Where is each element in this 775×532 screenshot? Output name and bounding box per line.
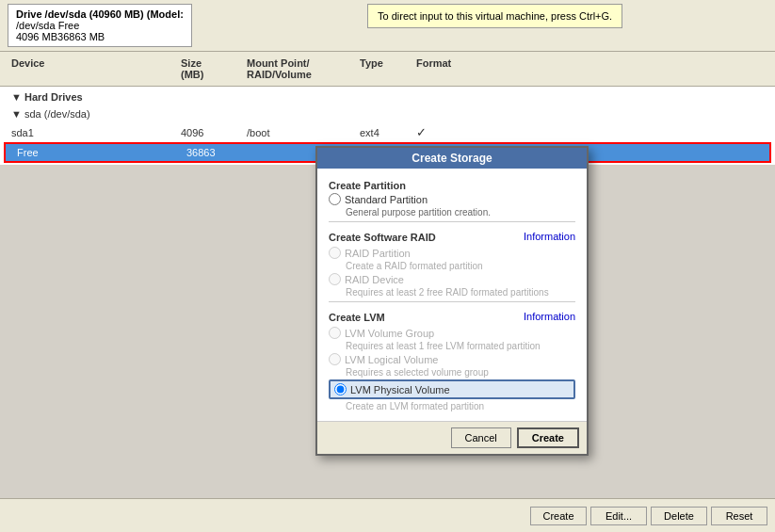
hard-drives-label: ▼ Hard Drives (8, 90, 177, 104)
lvm-logical-volume-row[interactable]: LVM Logical Volume (329, 353, 575, 365)
sda1-row[interactable]: sda1 4096 /boot ext4 ✓ (0, 122, 775, 142)
free-size: 36863 (183, 146, 249, 159)
dialog-title: Create Storage (317, 148, 587, 169)
cancel-button[interactable]: Cancel (451, 427, 511, 448)
lvm-header: Create LVM Information (329, 308, 575, 325)
divider-1 (329, 221, 575, 222)
collapse-icon: ▼ (11, 91, 24, 103)
raid-device-label: RAID Device (345, 274, 404, 285)
free-device: Free (13, 146, 183, 159)
sda1-mount: /boot (243, 126, 356, 139)
create-partition-section: Create Partition (329, 180, 575, 191)
col-device: Device (8, 56, 177, 82)
lvm-physical-volume-desc: Create an LVM formated partition (329, 401, 575, 411)
bottom-edit-button[interactable]: Edit... (590, 507, 647, 525)
sda1-type: ext4 (356, 126, 412, 139)
lvm-logical-volume-radio[interactable] (329, 353, 341, 365)
table-header: Device Size(MB) Mount Point/RAID/Volume … (0, 52, 775, 87)
divider-2 (329, 301, 575, 302)
sda1-format: ✓ (412, 124, 488, 140)
bottom-reset-button[interactable]: Reset (711, 507, 767, 525)
dialog-body: Create Partition Standard Partition Gene… (317, 169, 587, 421)
hard-drives-row[interactable]: ▼ Hard Drives (0, 89, 775, 105)
sda-collapse-icon: ▼ (11, 108, 24, 120)
raid-partition-desc: Create a RAID formated partition (329, 261, 575, 271)
sda-row[interactable]: ▼ sda (/dev/sda) (0, 105, 775, 122)
tooltip-box: To direct input to this virtual machine,… (367, 4, 622, 28)
col-type: Type (356, 56, 412, 82)
software-raid-header: Create Software RAID Information (329, 228, 575, 245)
drive-path: /dev/sda (16, 20, 56, 31)
lvm-volume-group-desc: Requires at least 1 free LVM formated pa… (329, 341, 575, 351)
lvm-volume-group-row[interactable]: LVM Volume Group (329, 327, 575, 339)
sda-label: ▼ sda (/dev/sda) (8, 107, 177, 121)
lvm-physical-volume-radio[interactable] (334, 383, 347, 395)
tooltip-text: To direct input to this virtual machine,… (378, 10, 612, 22)
lvm-volume-group-radio[interactable] (329, 327, 341, 339)
lvm-volume-group-label: LVM Volume Group (345, 328, 434, 339)
create-storage-dialog: Create Storage Create Partition Standard… (315, 146, 589, 456)
standard-partition-label: Standard Partition (345, 194, 428, 205)
create-button[interactable]: Create (517, 427, 579, 448)
standard-partition-radio[interactable] (329, 193, 341, 205)
raid-partition-radio[interactable] (329, 247, 341, 259)
drive-size-info: /dev/sda Free 4096 MB36863 MB (16, 20, 184, 42)
drive-free-label: Free (58, 20, 80, 31)
create-software-raid-label: Create Software RAID (329, 232, 436, 243)
standard-partition-desc: General purpose partition creation. (329, 207, 575, 218)
drive-title: Drive /dev/sda (40960 MB) (Model: (16, 8, 184, 20)
drive-size: 4096 MB36863 MB (16, 31, 105, 42)
raid-device-radio[interactable] (329, 273, 341, 285)
lvm-physical-volume-label: LVM Physical Volume (350, 384, 450, 395)
bottom-create-button[interactable]: Create (530, 507, 587, 525)
raid-device-row[interactable]: RAID Device (329, 273, 575, 285)
lvm-logical-volume-desc: Requires a selected volume group (329, 367, 575, 378)
sda1-size: 4096 (177, 126, 243, 139)
dialog-footer: Cancel Create (317, 421, 587, 454)
lvm-logical-volume-label: LVM Logical Volume (345, 354, 438, 365)
top-bar: Drive /dev/sda (40960 MB) (Model: /dev/s… (0, 0, 775, 52)
drive-info-box: Drive /dev/sda (40960 MB) (Model: /dev/s… (8, 4, 192, 47)
software-raid-info-link[interactable]: Information (524, 231, 575, 242)
raid-device-desc: Requires at least 2 free RAID formated p… (329, 287, 575, 298)
lvm-physical-volume-row[interactable]: LVM Physical Volume (329, 379, 575, 399)
bottom-toolbar: Create Edit... Delete Reset (0, 498, 775, 532)
col-format: Format (412, 56, 488, 82)
standard-partition-row[interactable]: Standard Partition (329, 193, 575, 205)
col-mount: Mount Point/RAID/Volume (243, 56, 356, 82)
raid-partition-row[interactable]: RAID Partition (329, 247, 575, 259)
create-lvm-label: Create LVM (329, 312, 385, 323)
col-size: Size(MB) (177, 56, 243, 82)
raid-partition-label: RAID Partition (345, 248, 411, 259)
sda1-device: sda1 (8, 126, 177, 139)
bottom-delete-button[interactable]: Delete (651, 507, 707, 525)
lvm-info-link[interactable]: Information (524, 311, 575, 322)
